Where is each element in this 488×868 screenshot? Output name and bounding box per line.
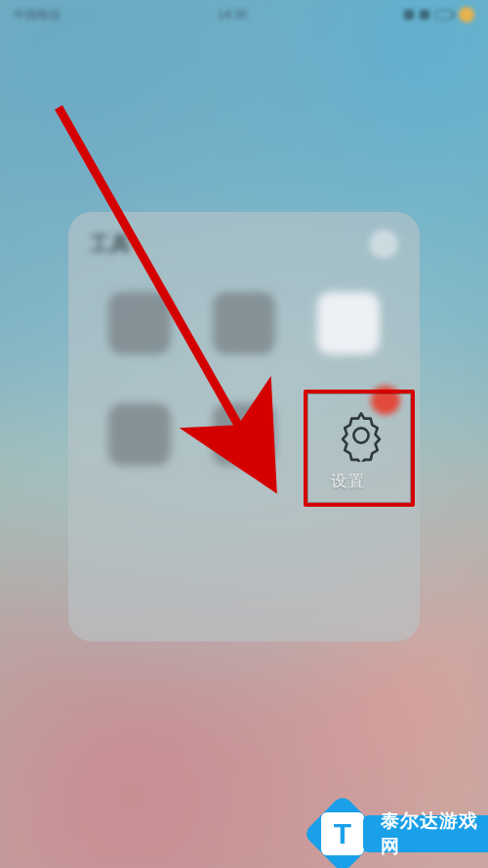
folder-more-icon[interactable] bbox=[369, 229, 398, 259]
carrier-label: 中国电信 bbox=[14, 7, 61, 23]
app-label bbox=[242, 474, 246, 488]
svg-point-0 bbox=[353, 428, 368, 442]
watermark-text: 泰尔达游戏网 bbox=[363, 815, 488, 852]
app-icon bbox=[213, 292, 275, 354]
app-item[interactable] bbox=[194, 403, 293, 505]
settings-app[interactable]: 设置 bbox=[300, 403, 398, 505]
app-label bbox=[242, 362, 246, 377]
time-label: 14:30 bbox=[218, 8, 247, 21]
app-icon bbox=[108, 403, 171, 466]
folder-title: 工具 bbox=[90, 230, 131, 258]
app-item[interactable] bbox=[300, 292, 398, 393]
app-label bbox=[138, 474, 142, 488]
app-item[interactable] bbox=[194, 292, 293, 393]
app-icon bbox=[213, 403, 275, 466]
folder-grid: 设置 bbox=[90, 292, 398, 620]
battery-icon bbox=[435, 10, 453, 20]
app-item[interactable] bbox=[90, 403, 188, 505]
status-right bbox=[404, 7, 474, 22]
folder-panel: 工具 bbox=[68, 212, 420, 641]
app-icon bbox=[108, 292, 171, 354]
app-icon bbox=[317, 292, 380, 354]
watermark-letter: T bbox=[321, 812, 364, 855]
battery-widget-icon bbox=[459, 7, 474, 22]
watermark: T 泰尔达游戏网 bbox=[293, 792, 488, 868]
app-label bbox=[138, 362, 142, 377]
app-label bbox=[347, 362, 351, 377]
app-item[interactable] bbox=[90, 292, 188, 393]
status-bar: 中国电信 14:30 bbox=[0, 0, 488, 29]
settings-label: 设置 bbox=[300, 472, 398, 492]
signal-icon bbox=[404, 10, 414, 20]
gear-icon bbox=[335, 409, 387, 462]
wifi-icon bbox=[420, 10, 429, 20]
